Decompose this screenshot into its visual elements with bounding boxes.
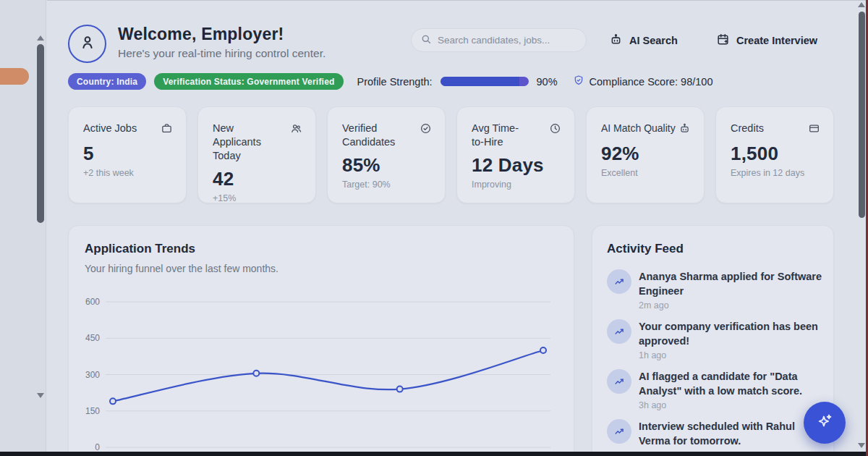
stat-label: Verified Candidates — [342, 122, 420, 149]
stat-sub: +15% — [213, 193, 302, 203]
svg-text:600: 600 — [85, 297, 100, 307]
search-input[interactable] — [438, 35, 577, 46]
trending-up-icon — [607, 419, 631, 444]
stat-label: Avg Time-to-Hire — [472, 122, 549, 149]
stat-label: Credits — [731, 122, 808, 135]
stat-sub: Improving — [472, 180, 561, 190]
activity-time: 1h ago — [639, 350, 822, 360]
svg-text:0: 0 — [95, 442, 100, 452]
list-item[interactable]: AI flagged a candidate for "Data Analyst… — [607, 369, 820, 410]
activity-feed-panel: Activity Feed Ananya Sharma applied for … — [592, 225, 834, 456]
credit-card-icon — [808, 122, 820, 138]
person-icon — [78, 33, 97, 55]
stat-card-new-applicants: New Applicants Today 42 +15% — [197, 106, 316, 203]
left-scrollbar-down-arrow[interactable] — [37, 393, 44, 398]
briefcase-icon — [161, 122, 173, 138]
left-scrollbar-thumb[interactable] — [37, 44, 44, 223]
stat-sub: Excellent — [601, 168, 691, 178]
list-item[interactable]: Your company verification has been appro… — [607, 319, 820, 360]
avatar[interactable] — [68, 25, 106, 63]
compliance-score-text: Compliance Score: 98/100 — [590, 76, 713, 88]
create-interview-button[interactable]: Create Interview — [716, 33, 817, 48]
clock-icon — [549, 122, 561, 138]
stat-sub: Expires in 12 days — [731, 168, 820, 178]
ai-search-label: AI Search — [629, 35, 678, 46]
compliance-score: Compliance Score: 98/100 — [573, 75, 713, 89]
activity-text: Ananya Sharma applied for Software Engin… — [639, 269, 822, 298]
chart-title: Application Trends — [85, 242, 558, 256]
list-item[interactable]: Ananya Sharma applied for Software Engin… — [607, 269, 820, 311]
stat-label: AI Match Quality — [601, 122, 678, 135]
shield-check-icon — [573, 75, 584, 89]
svg-text:300: 300 — [85, 370, 100, 380]
list-item[interactable]: Interview scheduled with Rahul Verma for… — [607, 419, 820, 450]
stat-value: 42 — [213, 168, 302, 190]
stat-card-verified-candidates: Verified Candidates 85% Target: 90% — [327, 106, 446, 203]
trending-up-icon — [607, 319, 631, 344]
calendar-plus-icon — [716, 33, 730, 48]
application-trends-panel: Application Trends Your hiring funnel ov… — [68, 225, 574, 456]
page-subtitle: Here's your real-time hiring control cen… — [118, 47, 326, 60]
stat-sub: +2 this week — [83, 168, 173, 178]
left-scrollbar-up-arrow[interactable] — [37, 35, 44, 41]
stat-value: 92% — [601, 143, 691, 165]
robot-icon — [609, 33, 623, 48]
stat-label: New Applicants Today — [213, 122, 290, 163]
sparkles-icon — [815, 412, 834, 434]
svg-text:150: 150 — [85, 406, 100, 416]
profile-strength-label: Profile Strength: — [357, 76, 433, 88]
search-bar[interactable] — [411, 28, 587, 52]
status-row: Country: India Verification Status: Gove… — [68, 73, 712, 90]
activity-feed-list: Ananya Sharma applied for Software Engin… — [607, 269, 820, 450]
stat-card-time-to-hire: Avg Time-to-Hire 12 Days Improving — [456, 106, 575, 203]
stat-value: 1,500 — [731, 143, 820, 165]
page-title: Welcome, Employer! — [118, 25, 284, 44]
stat-sub: Target: 90% — [342, 180, 432, 190]
ai-search-button[interactable]: AI Search — [609, 33, 678, 48]
ai-assistant-fab[interactable] — [804, 402, 846, 444]
dashboard-screen: Welcome, Employer! Here's your real-time… — [0, 0, 868, 456]
main-content: Welcome, Employer! Here's your real-time… — [47, 0, 868, 456]
stat-value: 12 Days — [472, 154, 561, 177]
trending-up-icon — [607, 269, 631, 294]
profile-strength-fill — [441, 77, 520, 86]
activity-time: 3h ago — [639, 400, 822, 410]
window-bottom-bar — [0, 452, 868, 456]
country-badge: Country: India — [68, 73, 146, 90]
right-scrollbar-thumb[interactable] — [859, 12, 865, 218]
activity-text: Interview scheduled with Rahul Verma for… — [639, 419, 822, 448]
trending-up-icon — [607, 369, 631, 394]
right-scrollbar-up-arrow[interactable] — [858, 2, 865, 7]
activity-text: AI flagged a candidate for "Data Analyst… — [639, 369, 822, 398]
search-icon — [420, 33, 432, 48]
left-edge-pill — [0, 68, 29, 85]
verification-badge: Verification Status: Government Verified — [154, 73, 343, 90]
activity-time: 2m ago — [639, 300, 822, 311]
create-interview-label: Create Interview — [736, 35, 817, 46]
stats-row: Active Jobs 5 +2 this week New Applicant… — [68, 106, 834, 203]
profile-strength-bar — [441, 77, 529, 86]
svg-text:450: 450 — [85, 333, 100, 343]
stat-value: 85% — [342, 154, 432, 177]
stat-card-active-jobs: Active Jobs 5 +2 this week — [68, 106, 187, 203]
activity-feed-title: Activity Feed — [607, 242, 820, 256]
users-icon — [290, 122, 302, 138]
stat-card-ai-match-quality: AI Match Quality 92% Excellent — [586, 106, 705, 203]
stat-value: 5 — [83, 143, 173, 165]
trend-chart-svg: 0150300450600 — [83, 290, 561, 456]
stat-label: Active Jobs — [83, 122, 161, 135]
robot-icon — [678, 122, 691, 138]
right-scrollbar-down-arrow[interactable] — [858, 443, 865, 448]
stat-card-credits: Credits 1,500 Expires in 12 days — [715, 106, 834, 203]
profile-strength-percent: 90% — [537, 76, 558, 88]
activity-text: Your company verification has been appro… — [639, 319, 822, 348]
chart-subtitle: Your hiring funnel over the last few mon… — [85, 263, 558, 274]
check-circle-icon — [420, 122, 432, 138]
